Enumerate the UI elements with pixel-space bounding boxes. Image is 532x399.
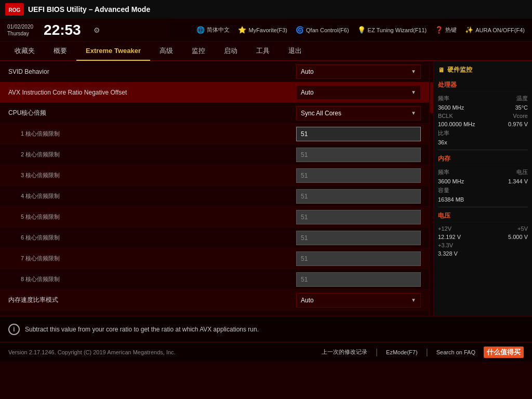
nav-monitor[interactable]: 监控 [182,41,215,61]
time-bar: 01/02/2020 Thursday 22:53 ⚙ 🌐 简体中文 ⭐ MyF… [0,19,532,42]
status-bar-right: 上一次的修改记录 | EzMode(F7) | Search on FAQ 什么… [322,347,524,358]
question-icon: ❓ [435,26,443,34]
search-link[interactable]: Search on FAQ [436,349,475,355]
info-icon: i [8,324,20,335]
setting-row-core2: 2 核心倍频限制 [0,144,429,165]
nav-exit[interactable]: 退出 [279,41,311,61]
nav-boot[interactable]: 启动 [215,41,247,61]
cpu-freq-value: 3600 MHz [438,104,464,111]
avx-control[interactable]: Auto ▼ [296,85,421,100]
mem-row-values: 3600 MHz 1.344 V [438,178,528,184]
mem-arrow: ▼ [411,297,416,303]
volt-section-title: 电压 [438,211,528,222]
setting-row-core3: 3 核心倍频限制 [0,165,429,186]
mem-dropdown[interactable]: Auto ▼ [296,293,421,308]
mem-label: 内存速度比率模式 [8,296,296,304]
volt-12v-label-row: +12V +5V [438,225,528,232]
core8-input[interactable] [296,272,421,287]
core2-input[interactable] [296,148,421,162]
cpu-temp-value: 35°C [515,104,528,111]
ezmode-link[interactable]: EzMode(F7) [386,349,418,355]
aura-menu[interactable]: ✨ AURA ON/OFF(F4) [465,26,525,34]
date-line1: 01/02/2020 [7,23,33,30]
avx-dropdown[interactable]: Auto ▼ [296,85,421,100]
core6-control[interactable] [296,231,421,245]
avx-value: Auto [301,89,314,96]
rog-logo: ROG [5,3,24,16]
core4-control[interactable] [296,189,421,204]
svid-control[interactable]: Auto ▼ [296,64,421,79]
nav-overview[interactable]: 概要 [44,41,76,61]
content-area[interactable]: SVID Behavior Auto ▼ AVX Instruction Cor… [0,61,429,316]
mem-volt-value: 1.344 V [508,178,528,184]
star-icon: ⭐ [238,26,246,34]
svid-label: SVID Behavior [8,68,296,75]
lang-menu[interactable]: 🌐 简体中文 [196,26,230,34]
setting-row-core8: 8 核心倍频限制 [0,269,429,290]
setting-row-avx: AVX Instruction Core Ratio Negative Offs… [0,82,429,103]
core4-input[interactable] [296,189,421,204]
cpu-ratio-value: Sync All Cores [301,110,341,117]
bclk-value: 100.0000 MHz [438,121,475,127]
fan-icon: 🌀 [296,26,304,34]
mem-control[interactable]: Auto ▼ [296,293,421,308]
settings-icon[interactable]: ⚙ [94,26,100,34]
nav-tools[interactable]: 工具 [247,41,279,61]
panel-divider-1 [438,150,528,150]
nav-extreme[interactable]: Extreme Tweaker [76,41,150,61]
history-link[interactable]: 上一次的修改记录 [322,348,367,356]
avx-label: AVX Instruction Core Ratio Negative Offs… [8,89,296,96]
cpu-temp-label: 温度 [516,95,528,102]
nav-favorites[interactable]: 收藏夹 [5,41,44,61]
panel-title-text: 硬件监控 [447,65,472,74]
core3-control[interactable] [296,168,421,183]
core5-control[interactable] [296,210,421,224]
core3-input[interactable] [296,168,421,183]
eztuning-menu[interactable]: 💡 EZ Tuning Wizard(F11) [357,26,427,34]
5v-value: 5.000 V [508,234,528,240]
volt-33v-values: 3.328 V [438,250,528,257]
core8-control[interactable] [296,272,421,287]
nav-advanced[interactable]: 高级 [150,41,182,61]
myfav-menu[interactable]: ⭐ MyFavorite(F3) [238,26,287,34]
core2-control[interactable] [296,148,421,162]
setting-row-mem: 内存速度比率模式 Auto ▼ [0,290,429,311]
mem-freq-label: 频率 [438,168,449,176]
aura-icon: ✨ [465,26,473,34]
setting-row-core6: 6 核心倍频限制 [0,228,429,248]
cpu-ratio-dropdown[interactable]: Sync All Cores ▼ [296,106,421,121]
setting-row-cpu-ratio: CPU核心倍频 Sync All Cores ▼ [0,103,429,124]
cpu-freq-label: 频率 [438,95,449,102]
status-bar: Version 2.17.1246. Copyright (C) 2019 Am… [0,342,532,362]
vcore-value: 0.976 V [508,121,528,127]
cpu-section-title: 处理器 [438,81,528,91]
core5-input[interactable] [296,210,421,224]
svid-dropdown[interactable]: Auto ▼ [296,64,421,79]
svg-text:ROG: ROG [9,7,21,13]
core6-input[interactable] [296,231,421,245]
scrollbar-thumb[interactable] [430,82,433,113]
core7-input[interactable] [296,251,421,266]
lightbulb-icon: 💡 [357,26,366,34]
cpu-ratio-control[interactable]: Sync All Cores ▼ [296,106,421,121]
main-layout: SVID Behavior Auto ▼ AVX Instruction Cor… [0,61,532,316]
hotkeys-menu[interactable]: ❓ 热键 [435,26,457,34]
5v-label: +5V [517,225,528,232]
divider-1: | [376,348,378,357]
cpu-bclk-label: BCLK Vcore [438,113,528,119]
myfav-label: MyFavorite(F3) [248,27,287,33]
cpu-row-values: 3600 MHz 35°C [438,104,528,111]
core1-input[interactable] [296,127,421,141]
smzdm-badge[interactable]: 什么值得买 [484,347,524,358]
core7-control[interactable] [296,251,421,266]
mem-cap-value: 16384 MB [438,196,528,203]
core7-label: 7 核心倍频限制 [8,255,296,262]
date-line2: Thursday [7,30,33,37]
bclk-label: BCLK [438,113,453,119]
cpu-ratio-value-row: 36x [438,139,528,145]
33v-value: 3.328 V [438,250,458,257]
mem-value: Auto [301,297,314,304]
qfan-menu[interactable]: 🌀 Qfan Control(F6) [296,26,349,34]
setting-row-svid: SVID Behavior Auto ▼ [0,61,429,82]
core1-control[interactable] [296,127,421,141]
